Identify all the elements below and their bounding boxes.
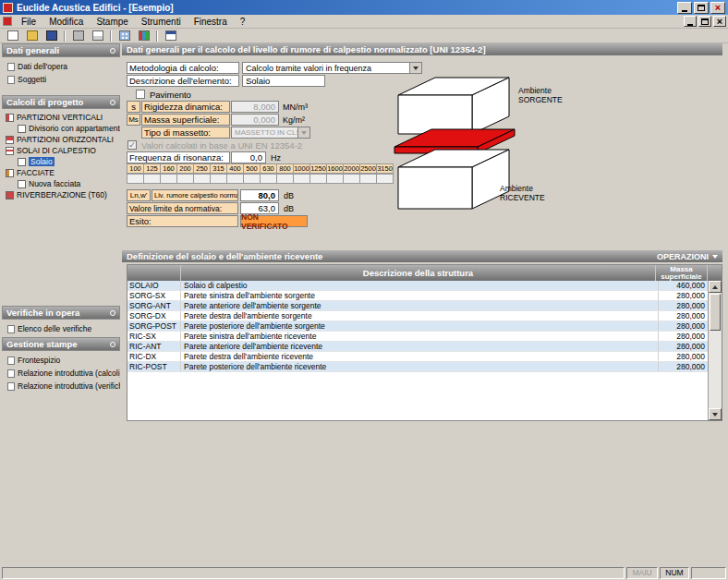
stampe-item[interactable]: Relazione introduttiva (verifiche) <box>2 380 120 393</box>
mdi-restore-button[interactable] <box>698 16 711 27</box>
table-scrollbar[interactable] <box>708 281 722 420</box>
window-button[interactable] <box>161 29 180 42</box>
frequency-value-cell[interactable] <box>210 174 227 184</box>
tree-item[interactable]: FACCIATE <box>2 167 120 178</box>
toolbar-separator <box>64 30 66 42</box>
row-description: Parete destra dell'ambiente ricevente <box>181 352 659 361</box>
scroll-down-button[interactable] <box>709 408 722 420</box>
frequency-value-cell[interactable] <box>260 174 277 184</box>
frequenza-input[interactable]: 0,0 <box>231 151 266 163</box>
chart-button[interactable] <box>134 29 153 42</box>
rigidezza-input: 8,000 <box>231 101 279 113</box>
table-row[interactable]: SORG-ANTParete anteriore dell'ambiente s… <box>127 301 722 311</box>
tree-item[interactable]: Solaio <box>2 156 120 167</box>
document-window-icon[interactable] <box>3 17 12 26</box>
maximize-icon <box>698 5 705 11</box>
frequency-value-cell[interactable] <box>127 174 144 184</box>
row-code: SORG-ANT <box>127 301 181 310</box>
source-room-label: Ambiente SORGENTE <box>518 86 563 104</box>
frequency-value-cell[interactable] <box>276 174 294 184</box>
tree-item[interactable]: Divisorio con appartamento <box>2 123 120 134</box>
restore-icon <box>701 18 709 25</box>
menu-file[interactable]: File <box>15 15 42 28</box>
row-mass: 280,000 <box>659 301 708 310</box>
col-header-description: Descrizione della struttura <box>181 265 656 281</box>
mdi-minimize-button[interactable] <box>684 16 697 27</box>
statusbar-grip <box>691 567 726 579</box>
tree-item[interactable]: RIVERBERAZIONE (T60) <box>2 189 120 200</box>
table-row[interactable]: RIC-SXParete sinistra dell'ambiente rice… <box>127 332 722 342</box>
mdi-close-button[interactable]: × <box>713 16 726 27</box>
new-button[interactable] <box>3 29 22 42</box>
pin-icon[interactable] <box>110 310 115 316</box>
stampe-item-label: Frontespizio <box>18 356 60 365</box>
row-code: RIC-SX <box>127 332 181 341</box>
table-row[interactable]: RIC-ANTParete anteriore dell'ambiente ri… <box>127 342 722 352</box>
stampe-item[interactable]: Frontespizio <box>2 354 120 367</box>
chevron-down-icon <box>712 255 718 259</box>
frequency-value-cell[interactable] <box>193 174 211 184</box>
tree-item[interactable]: PARTIZIONI ORIZZONTALI <box>2 134 120 145</box>
table-row[interactable]: SORG-DXParete destra dell'ambiente sorge… <box>127 311 722 321</box>
frequency-value-cell[interactable] <box>359 174 377 184</box>
tree-item[interactable]: PARTIZIONI VERTICALI <box>2 112 120 123</box>
scrollbar-thumb[interactable] <box>710 294 721 331</box>
pin-icon[interactable] <box>110 48 115 54</box>
table-row[interactable]: RIC-DXParete destra dell'ambiente riceve… <box>127 352 722 362</box>
row-code: SORG-POST <box>127 321 181 331</box>
rooms-diagram: Ambiente SORGENTE Ambiente RICEVENTE <box>391 75 622 239</box>
maximize-button[interactable] <box>694 2 709 14</box>
dati-generali-item[interactable]: Soggetti <box>2 73 120 86</box>
table-row[interactable]: SOLAIOSolaio di calpestio460,000 <box>127 281 722 291</box>
menu-help[interactable]: ? <box>234 15 252 28</box>
operations-label: OPERAZIONI <box>657 252 709 261</box>
frequency-value-cell[interactable] <box>160 174 177 184</box>
metodologia-select[interactable]: Calcolo tramite valori in frequenza <box>242 62 422 74</box>
panel-header-stampe[interactable]: Gestione stampe <box>2 337 120 351</box>
frequency-value-cell[interactable] <box>309 174 327 184</box>
menu-stampe[interactable]: Stampe <box>90 15 134 28</box>
frequency-value-cell[interactable] <box>326 174 344 184</box>
minimize-button[interactable] <box>677 2 692 14</box>
frequency-value-cell[interactable] <box>243 174 261 184</box>
dati-generali-item[interactable]: Dati dell'opera <box>2 60 120 73</box>
open-button[interactable] <box>22 29 42 42</box>
floor-icon <box>6 147 14 155</box>
descrizione-input[interactable]: Solaio <box>242 75 325 87</box>
table-row[interactable]: SORG-SXParete sinistra dell'ambiente sor… <box>127 291 722 301</box>
panel-header-calcoli[interactable]: Calcoli di progetto <box>2 95 120 109</box>
table-row[interactable]: RIC-POSTParete posteriore dell'ambiente … <box>127 362 722 372</box>
stampe-item-label: Relazione introduttiva (calcoli) <box>18 369 120 378</box>
frequency-value-cell[interactable] <box>293 174 310 184</box>
preview-button[interactable] <box>88 29 107 42</box>
panel-header-verifiche[interactable]: Verifiche in opera <box>2 306 120 320</box>
verifiche-item[interactable]: Elenco delle verifiche <box>2 322 120 335</box>
menu-finestra[interactable]: Finestra <box>188 15 234 28</box>
print-button[interactable] <box>68 29 88 42</box>
operations-button[interactable]: OPERAZIONI <box>657 252 718 261</box>
pin-icon[interactable] <box>110 342 115 347</box>
table-button[interactable] <box>115 29 134 42</box>
row-description: Parete sinistra dell'ambiente ricevente <box>181 332 659 341</box>
close-button[interactable]: × <box>710 2 725 14</box>
frequency-value-cell[interactable] <box>176 174 194 184</box>
lnw-prefix: Ln,w' <box>127 189 151 201</box>
frequency-value-cell[interactable] <box>343 174 360 184</box>
frequency-value-cell[interactable] <box>226 174 244 184</box>
stampe-item[interactable]: Relazione introduttiva (calcoli) <box>2 367 120 380</box>
menu-modifica[interactable]: Modifica <box>42 15 90 28</box>
scroll-up-button[interactable] <box>709 281 722 293</box>
table-row[interactable]: SORG-POSTParete posteriore dell'ambiente… <box>127 321 722 332</box>
partition-h-icon <box>6 136 14 144</box>
menu-strumenti[interactable]: Strumenti <box>135 15 188 28</box>
tree-item[interactable]: Nuova facciata <box>2 178 120 189</box>
tree-item[interactable]: SOLAI DI CALPESTIO <box>2 145 120 156</box>
frequency-value-cell[interactable] <box>143 174 161 184</box>
chevron-down-icon[interactable] <box>409 63 421 73</box>
rigidezza-label: Rigidezza dinamica: <box>141 101 230 113</box>
pavimento-checkbox[interactable] <box>136 90 145 99</box>
frequenza-label: Frequenza di risonanza: <box>127 151 230 163</box>
pin-icon[interactable] <box>110 100 115 105</box>
save-button[interactable] <box>42 29 61 42</box>
panel-header-dati-generali[interactable]: Dati generali <box>2 43 120 57</box>
